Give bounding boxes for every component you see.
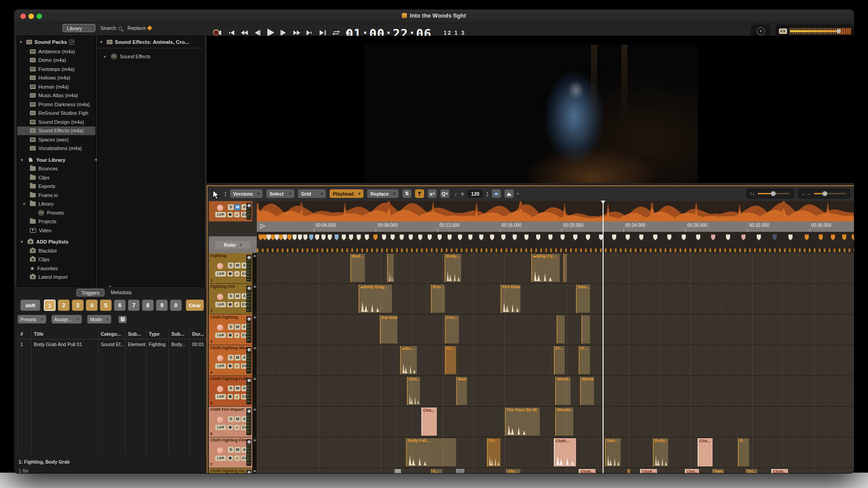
marker-flag[interactable] xyxy=(711,235,715,240)
marker-flag[interactable] xyxy=(328,235,332,240)
sidebar-item-ambience-m4a[interactable]: Ambience (m4a) xyxy=(17,47,95,56)
record-arm-button[interactable] xyxy=(217,294,223,300)
assign-dropdown[interactable]: Assign... xyxy=(52,315,82,324)
marker-flag[interactable] xyxy=(773,235,777,240)
marker-flag[interactable] xyxy=(490,235,494,240)
track-lane[interactable]: Clot...Fire Pass By 06Woode... xyxy=(257,407,854,437)
marker-flag[interactable] xyxy=(667,235,671,240)
marker-flag[interactable] xyxy=(536,235,540,240)
clip-item[interactable] xyxy=(456,469,464,474)
marker-flag[interactable] xyxy=(263,235,267,240)
marker-flag[interactable] xyxy=(788,235,793,240)
marker-flag[interactable] xyxy=(298,235,302,240)
marker-flag[interactable] xyxy=(842,235,846,240)
clip-clot[interactable]: Clot... xyxy=(698,438,712,466)
marker-flag[interactable] xyxy=(561,235,565,240)
marker-flag[interactable] xyxy=(639,235,643,240)
column-header-type[interactable]: Type xyxy=(146,331,169,337)
clip-cloth[interactable]: Cloth... xyxy=(771,469,788,474)
trigger-key-4[interactable]: 4 xyxy=(86,300,98,311)
solo-button[interactable]: S xyxy=(228,324,234,330)
clip-wood[interactable]: Wood... xyxy=(555,377,571,405)
clip-item[interactable] xyxy=(563,254,567,282)
trigger-key-2[interactable]: 2 xyxy=(58,300,70,311)
clip-item[interactable] xyxy=(627,469,630,474)
playhead[interactable] xyxy=(603,201,604,474)
sidebar-item-latest-import[interactable]: Latest Import xyxy=(17,273,95,282)
solo-button[interactable]: S xyxy=(228,416,234,422)
clip-pon[interactable]: Pon... xyxy=(445,315,459,343)
clip-wood[interactable]: Wood... xyxy=(580,377,594,405)
your-library-header[interactable]: ▾Your Library xyxy=(17,155,95,164)
record-button[interactable] xyxy=(213,29,219,36)
marker-flag[interactable] xyxy=(292,235,297,240)
marker-flag[interactable] xyxy=(259,235,263,240)
sidebar-item-frame-io[interactable]: Frame.io xyxy=(17,191,95,200)
marker-flag[interactable] xyxy=(831,235,835,240)
marker-flag[interactable] xyxy=(626,235,630,240)
clip-bod[interactable]: Bod... xyxy=(456,377,467,405)
mode-dropdown[interactable]: Mode xyxy=(87,315,111,324)
fx-badge[interactable]: FX xyxy=(779,28,787,34)
replace-dropdown[interactable]: Replace xyxy=(367,189,398,198)
meter-knob[interactable] xyxy=(247,440,251,444)
meter-knob[interactable] xyxy=(247,286,251,290)
view-dropdown-icon[interactable]: ▾ xyxy=(517,192,519,195)
marker-flag[interactable] xyxy=(438,235,442,240)
clip-cloth[interactable]: Cloth... xyxy=(640,469,657,474)
clip-bo[interactable]: ◂▸ Bo... xyxy=(400,346,417,374)
sidebar-item-demo-m4a[interactable]: Demo (m4a) xyxy=(17,56,95,65)
mute-button[interactable]: M xyxy=(235,204,241,210)
pan-control[interactable]: L⊙R xyxy=(215,394,226,399)
track-lane[interactable]: 0...Slo...Cloth...Cloth...Clot...Swo...S… xyxy=(257,468,854,474)
sidebar-item-footsteps-m4a[interactable]: Footsteps (m4a) xyxy=(17,65,95,74)
horizontal-zoom-slider[interactable]: ←→ xyxy=(797,188,850,199)
tab-metadata[interactable]: Metadata xyxy=(106,289,136,296)
sidebar-item-projects[interactable]: Projects xyxy=(17,217,95,226)
marker-flag[interactable] xyxy=(428,235,432,240)
track-lane[interactable]: Body Fall...Fir...Cloth...Swo...Body...C… xyxy=(257,437,854,468)
marker-flag[interactable] xyxy=(468,235,472,240)
tempo-stepper[interactable]: ▴▾ xyxy=(486,191,488,197)
record-arm-button[interactable] xyxy=(217,205,223,211)
playhead-mode-dropdown[interactable]: Playhead xyxy=(330,189,363,198)
clip-cloth[interactable]: Cloth... xyxy=(554,438,576,466)
pan-control[interactable]: L⊙R xyxy=(215,333,226,338)
marker-flag[interactable] xyxy=(409,235,413,240)
solo-button[interactable]: S xyxy=(228,263,234,268)
marker-flag[interactable] xyxy=(852,235,854,240)
sidebar-item-sound-effects-m4a[interactable]: Sound Effects (m4a) xyxy=(17,127,95,136)
sidebar-item-human-m4a[interactable]: Human (m4a) xyxy=(17,82,95,91)
lock-icon[interactable]: 🔓︎ xyxy=(234,212,240,217)
chevron-down-icon[interactable]: ▾ xyxy=(23,202,27,206)
auto-fade-button[interactable]: a▾ xyxy=(428,189,437,198)
marker-flag[interactable] xyxy=(382,235,386,240)
chevron-down-icon[interactable]: ▾ xyxy=(20,40,24,44)
freeze-icon[interactable]: ✱ xyxy=(227,425,233,430)
presets-dropdown[interactable]: Presets xyxy=(18,315,46,324)
freeze-icon[interactable]: ✱ xyxy=(227,394,233,399)
marker-flag[interactable] xyxy=(682,235,686,240)
clip-body-drag[interactable]: ◂▸ Body Drag... xyxy=(359,285,392,313)
freeze-icon[interactable]: ✱ xyxy=(227,333,233,338)
solo-button[interactable]: S xyxy=(228,447,234,453)
marker-flag[interactable] xyxy=(819,235,823,240)
versions-dropdown[interactable]: Versions xyxy=(230,189,263,198)
solo-button[interactable]: S xyxy=(228,385,234,391)
clip-item[interactable] xyxy=(395,469,401,474)
sidebar-item-exports[interactable]: Exports xyxy=(17,182,95,191)
clip-fi[interactable]: Fi... xyxy=(579,346,590,374)
chevron-down-icon[interactable]: ▾ xyxy=(100,40,104,44)
freeze-icon[interactable]: ✱ xyxy=(227,271,233,277)
sidebar-item-presets[interactable]: Presets xyxy=(17,208,95,217)
record-arm-button[interactable] xyxy=(217,447,223,454)
clip-clot[interactable]: Clot... xyxy=(407,377,420,405)
column-header-item[interactable]: # xyxy=(18,331,31,337)
meter-knob[interactable] xyxy=(247,348,251,352)
browser-node-sound-effects[interactable]: ▸Sound Effects xyxy=(98,52,204,61)
marker-flag[interactable] xyxy=(275,235,279,240)
sidebar-item-clips[interactable]: Clips xyxy=(17,255,95,264)
chevron-down-icon[interactable]: ▾ xyxy=(21,158,25,162)
lock-icon[interactable]: 🔓︎ xyxy=(234,455,240,461)
marker-flag[interactable] xyxy=(757,235,761,240)
